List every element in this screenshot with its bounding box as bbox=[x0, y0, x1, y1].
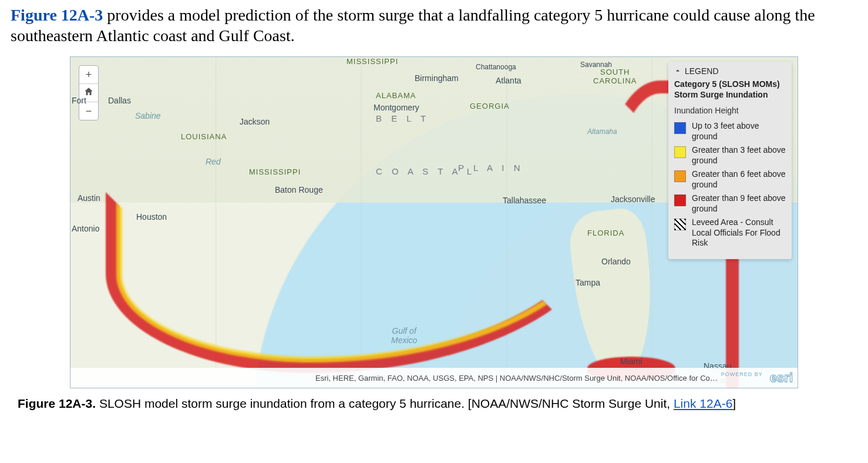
city-label: Orlando bbox=[601, 257, 631, 266]
city-label: Atlanta bbox=[496, 76, 522, 85]
city-label: Dallas bbox=[108, 96, 131, 105]
legend-item: Up to 3 feet above ground bbox=[674, 121, 786, 142]
powered-by-label: POWERED BY bbox=[721, 371, 763, 377]
city-label: Tallahassee bbox=[503, 196, 546, 205]
city-label: Tampa bbox=[576, 278, 600, 287]
legend-swatch-hatched bbox=[674, 219, 686, 230]
city-label: Chattanooga bbox=[476, 63, 516, 71]
legend-item-text: Up to 3 feet above ground bbox=[692, 121, 786, 142]
city-label: Montgomery bbox=[374, 103, 419, 112]
caption-link[interactable]: Link 12A-6 bbox=[674, 397, 732, 410]
map-container[interactable]: + − Fort Dallas Sabine Austin Antonio Ho… bbox=[70, 56, 798, 388]
city-label: Baton Rouge bbox=[275, 185, 323, 194]
legend-title: Category 5 (SLOSH MOMs) Storm Surge Inun… bbox=[668, 79, 792, 102]
map-attribution: Esri, HERE, Garmin, FAO, NOAA, USGS, EPA… bbox=[70, 368, 798, 388]
figure-caption: Figure 12A-3. SLOSH model storm surge in… bbox=[18, 397, 857, 411]
legend-item-text: Greater than 6 feet above ground bbox=[692, 169, 786, 190]
river-label: Red bbox=[206, 157, 221, 166]
caption-tail: ] bbox=[732, 397, 736, 410]
legend-swatch bbox=[674, 146, 686, 158]
state-label: ALABAMA bbox=[376, 91, 416, 100]
city-label: Birmingham bbox=[415, 73, 459, 83]
legend-item: Greater than 3 feet above ground bbox=[674, 145, 786, 166]
city-label: Fort bbox=[72, 96, 86, 105]
city-label: Austin bbox=[78, 193, 100, 203]
city-label: Houston bbox=[136, 212, 167, 222]
river-label: Sabine bbox=[135, 111, 161, 120]
legend-item-text: Leveed Area - Consult Local Officials Fo… bbox=[692, 217, 786, 249]
esri-logo: esri bbox=[770, 370, 793, 385]
city-label: Miami bbox=[620, 357, 642, 366]
legend-header[interactable]: LEGEND bbox=[668, 62, 792, 79]
region-label: B E L T bbox=[376, 113, 429, 123]
state-label: MISSISSIPPI bbox=[249, 167, 301, 176]
attribution-text: Esri, HERE, Garmin, FAO, NOAA, USGS, EPA… bbox=[315, 374, 718, 383]
legend-items: Up to 3 feet above ground Greater than 3… bbox=[668, 121, 792, 259]
legend-item: Greater than 6 feet above ground bbox=[674, 169, 786, 190]
state-label: FLORIDA bbox=[587, 229, 624, 237]
intro-paragraph: Figure 12A-3 provides a model prediction… bbox=[11, 5, 857, 46]
caption-lead: Figure 12A-3. bbox=[18, 397, 96, 410]
legend-swatch bbox=[674, 122, 686, 134]
legend-swatch bbox=[674, 170, 686, 182]
city-label: Jackson bbox=[240, 117, 270, 126]
figure-reference: Figure 12A-3 bbox=[11, 6, 103, 24]
legend-subhead: Inundation Height bbox=[668, 102, 792, 118]
river-label: Altamaha bbox=[587, 128, 617, 136]
legend-item-text: Greater than 9 feet above ground bbox=[692, 193, 786, 214]
zoom-controls: + − bbox=[79, 65, 99, 120]
region-label: P L A I N bbox=[458, 163, 524, 173]
city-label: Antonio bbox=[72, 224, 99, 233]
water-label: Gulf of Mexico bbox=[391, 326, 417, 345]
state-label: LOUISIANA bbox=[181, 132, 227, 141]
zoom-in-button[interactable]: + bbox=[79, 66, 98, 83]
legend-item-text: Greater than 3 feet above ground bbox=[692, 145, 786, 166]
intro-text: provides a model prediction of the storm… bbox=[11, 6, 815, 45]
caption-body: SLOSH model storm surge inundation from … bbox=[96, 397, 674, 410]
legend-swatch bbox=[674, 194, 686, 206]
legend-item: Greater than 9 feet above ground bbox=[674, 193, 786, 214]
legend-item: Leveed Area - Consult Local Officials Fo… bbox=[674, 217, 786, 249]
state-label: MISSISSIPPI bbox=[346, 57, 398, 66]
state-label: SOUTH CAROLINA bbox=[593, 68, 637, 85]
chevron-up-icon bbox=[674, 66, 681, 76]
state-label: GEORGIA bbox=[470, 102, 510, 110]
city-label: Jacksonville bbox=[611, 194, 655, 204]
legend-header-text: LEGEND bbox=[685, 66, 719, 76]
legend-panel: LEGEND Category 5 (SLOSH MOMs) Storm Sur… bbox=[668, 62, 792, 259]
